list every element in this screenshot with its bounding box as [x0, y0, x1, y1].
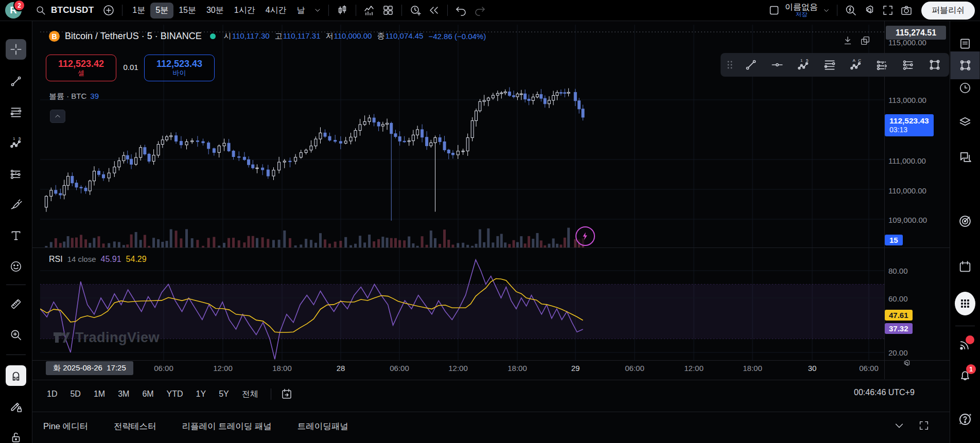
layout-chevron-down-icon[interactable]: [820, 2, 832, 19]
range-button[interactable]: 3M: [112, 386, 135, 402]
fib-retracement-icon[interactable]: [819, 55, 840, 75]
trend-line-tool[interactable]: [6, 71, 26, 92]
compare-add-button[interactable]: [100, 2, 117, 19]
settings-gear-icon[interactable]: [861, 2, 878, 19]
layout-templates-button[interactable]: [379, 2, 397, 19]
range-button[interactable]: 5D: [64, 386, 86, 402]
range-button[interactable]: 1M: [88, 386, 111, 402]
range-button[interactable]: 5Y: [213, 386, 235, 402]
screener-radar-icon[interactable]: [955, 211, 975, 232]
symbol-search-button[interactable]: BTCUSDT: [30, 3, 99, 18]
layout-select-button[interactable]: [765, 2, 783, 19]
alert-button[interactable]: [407, 2, 424, 19]
magnet-mode-toggle[interactable]: [6, 365, 26, 386]
toolbar-separator: [328, 5, 329, 16]
drag-handle[interactable]: [725, 60, 735, 70]
bottom-tab[interactable]: 전략테스터: [114, 421, 156, 432]
interval-button[interactable]: 15분: [173, 3, 201, 19]
redo-button[interactable]: [471, 2, 488, 19]
session-clock[interactable]: 00:46:46 UTC+9: [854, 388, 915, 397]
collapse-legend-button[interactable]: [50, 110, 65, 123]
go-to-date-icon[interactable]: [278, 385, 295, 403]
ohlc-values: 시110,117.30고110,117.31저110,000.00종110,07…: [224, 31, 424, 41]
emoji-tool[interactable]: [6, 256, 26, 277]
trend-channel-icon[interactable]: [872, 55, 892, 75]
crosshair-tool[interactable]: [6, 39, 26, 60]
calendar-icon[interactable]: [955, 256, 975, 277]
rsi-legend[interactable]: RSI 14 close 45.91 54.29: [49, 255, 147, 264]
lock-all-drawings-tool[interactable]: [6, 427, 26, 443]
undo-button[interactable]: [452, 2, 470, 19]
help-icon[interactable]: [955, 409, 975, 430]
quick-search-icon[interactable]: [842, 2, 860, 19]
chat-icon[interactable]: [955, 147, 975, 167]
range-button[interactable]: YTD: [161, 386, 189, 402]
date-range-row: 1D5D1M3M6MYTD1Y5Y전체: [41, 385, 295, 403]
svg-text:5: 5: [19, 136, 21, 141]
zoom-in-tool[interactable]: [6, 325, 26, 345]
rsi-chart[interactable]: [40, 248, 884, 360]
maximize-panel-icon[interactable]: [918, 420, 930, 431]
svg-text:A: A: [853, 58, 856, 63]
chart-legend: B Bitcoin / TetherUS · 5 · BINANCE 시110,…: [49, 31, 486, 42]
watchlist-icon[interactable]: [955, 33, 975, 54]
bottom-tab[interactable]: Pine 에디터: [43, 421, 88, 432]
chart-style-candles-button[interactable]: [334, 2, 351, 19]
elliott-wave-tool[interactable]: 15: [6, 133, 26, 153]
interval-button[interactable]: 5분: [150, 3, 173, 19]
notifications-bell-icon[interactable]: 1: [955, 365, 975, 386]
screenshot-camera-icon[interactable]: [898, 2, 915, 19]
user-avatar[interactable]: R 2: [5, 2, 22, 19]
elliott-wave-icon[interactable]: 15: [793, 55, 814, 75]
interval-button[interactable]: 4시간: [260, 3, 292, 19]
collapse-panel-chevron-icon[interactable]: [894, 420, 905, 431]
sell-button[interactable]: 112,523.42 셀: [46, 55, 116, 81]
apps-grid-icon[interactable]: [955, 293, 975, 314]
drawing-mode-lock-tool[interactable]: [6, 396, 26, 417]
streams-icon[interactable]: [955, 334, 975, 355]
market-status-dot[interactable]: [210, 33, 216, 39]
streams-alert-dot: [966, 335, 974, 344]
bottom-tab[interactable]: 리플레이 트레이딩 패널: [182, 421, 272, 432]
layout-name-button[interactable]: 이름없음 저장: [785, 3, 818, 18]
interval-chevron-down-icon[interactable]: [311, 2, 324, 19]
axis-settings-gear-icon[interactable]: [902, 359, 912, 368]
measure-ruler-tool[interactable]: [6, 294, 26, 314]
symbol-title[interactable]: Bitcoin / TetherUS · 5 · BINANCE: [65, 31, 202, 42]
alerts-clock-icon[interactable]: [955, 78, 975, 98]
toolbar-divider: [6, 355, 26, 355]
range-button[interactable]: 6M: [136, 386, 159, 402]
flash-order-marker[interactable]: [575, 226, 595, 246]
abc-pattern-icon[interactable]: AC: [846, 55, 866, 75]
text-tool[interactable]: [6, 225, 26, 246]
interval-button[interactable]: 1시간: [229, 3, 260, 19]
brush-tool[interactable]: [6, 194, 26, 215]
svg-text:C: C: [858, 58, 861, 63]
scroll-to-recent-icon[interactable]: [842, 35, 853, 46]
bottom-tab[interactable]: 트레이딩패널: [297, 421, 348, 432]
range-button[interactable]: 전체: [236, 386, 264, 402]
fib-retracement-tool[interactable]: [6, 102, 26, 122]
object-tree-icon[interactable]: [951, 51, 980, 79]
publish-button[interactable]: 퍼블리쉬: [921, 2, 975, 20]
interval-button[interactable]: 1분: [127, 3, 150, 19]
layers-icon[interactable]: [955, 112, 975, 132]
rsi-tick: 80.00: [888, 267, 908, 275]
rectangle-tool-icon[interactable]: [924, 55, 945, 75]
rsi-params: 14 close: [67, 255, 96, 263]
horizontal-line-icon[interactable]: [767, 55, 787, 75]
time-tick: 30: [808, 364, 817, 373]
trend-line-icon[interactable]: [741, 55, 761, 75]
indicators-button[interactable]: [361, 2, 378, 19]
range-button[interactable]: 1D: [41, 386, 63, 402]
fullscreen-icon[interactable]: [879, 2, 897, 19]
bar-replay-button[interactable]: [425, 2, 443, 19]
interval-button[interactable]: 30분: [201, 3, 229, 19]
disjoint-channel-icon[interactable]: [898, 55, 919, 75]
buy-button[interactable]: 112,523.43 바이: [144, 55, 215, 81]
range-button[interactable]: 1Y: [190, 386, 212, 402]
quantity-field[interactable]: 0.01: [120, 63, 142, 72]
restore-pane-icon[interactable]: [860, 35, 871, 46]
interval-button[interactable]: 날: [292, 3, 310, 19]
pattern-tool[interactable]: [6, 164, 26, 184]
